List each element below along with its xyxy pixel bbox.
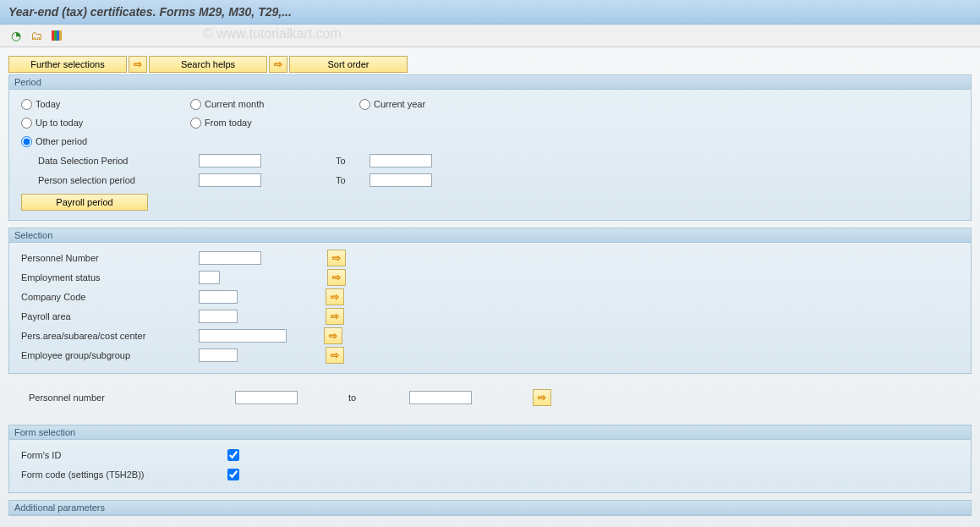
top-button-row: Further selections ⇨ Search helps ⇨ Sort… — [8, 56, 972, 73]
employment-status-label: Employment status — [21, 272, 199, 283]
watermark-text: © www.tutorialkart.com — [203, 26, 342, 41]
form-selection-group-title: Form selection — [9, 425, 971, 440]
to-label: To — [336, 156, 370, 166]
loose-personnel-number-from-input[interactable] — [235, 391, 298, 404]
forms-id-label: Form's ID — [21, 450, 227, 460]
payroll-period-button[interactable]: Payroll period — [21, 194, 148, 211]
employment-status-multi-button[interactable]: ⇨ — [327, 269, 346, 286]
period-group-title: Period — [9, 75, 971, 90]
radio-other-period[interactable]: Other period — [21, 136, 140, 147]
data-selection-to-input[interactable] — [370, 154, 432, 167]
search-helps-arrow-button[interactable]: ⇨ — [129, 56, 147, 73]
arrow-right-icon: ⇨ — [538, 393, 546, 403]
radio-current-month[interactable]: Current month — [190, 99, 309, 110]
sort-order-button[interactable]: Sort order — [289, 56, 408, 73]
additional-parameters-title: Additional parameters — [9, 501, 971, 515]
arrow-right-icon: ⇨ — [332, 272, 341, 283]
employee-group-label: Employee group/subgroup — [21, 350, 199, 360]
arrow-right-icon: ⇨ — [134, 59, 142, 69]
data-selection-from-input[interactable] — [199, 154, 261, 167]
forms-id-checkbox[interactable] — [227, 449, 239, 461]
get-variant-icon[interactable]: 🗂 — [29, 28, 44, 43]
arrow-right-icon: ⇨ — [331, 311, 339, 321]
color-legend-icon[interactable] — [49, 28, 64, 43]
search-helps-button[interactable]: Search helps — [149, 56, 267, 73]
payroll-area-multi-button[interactable]: ⇨ — [326, 308, 344, 325]
to-label: To — [336, 175, 370, 185]
personnel-number-input[interactable] — [199, 251, 261, 265]
company-code-label: Company Code — [21, 292, 199, 302]
radio-current-year[interactable]: Current year — [359, 99, 478, 110]
additional-parameters-group: Additional parameters — [8, 500, 972, 516]
arrow-right-icon: ⇨ — [331, 292, 339, 302]
form-code-checkbox[interactable] — [227, 469, 239, 480]
window-title: Year-end (tax) certificates. Forms M29, … — [0, 0, 980, 25]
app-toolbar: ◔ 🗂 © www.tutorialkart.com — [0, 25, 980, 47]
person-selection-period-label: Person selection period — [21, 175, 199, 185]
employee-group-input[interactable] — [199, 349, 238, 362]
radio-current-month-label: Current month — [205, 99, 264, 109]
radio-other-period-label: Other period — [36, 136, 87, 146]
data-selection-period-label: Data Selection Period — [21, 156, 199, 166]
sort-order-arrow-button[interactable]: ⇨ — [269, 56, 287, 73]
loose-personnel-number-multi-button[interactable]: ⇨ — [533, 389, 551, 406]
arrow-right-icon: ⇨ — [274, 59, 282, 69]
person-selection-to-input[interactable] — [370, 173, 432, 187]
radio-from-today-label: From today — [205, 118, 252, 128]
pers-area-input[interactable] — [199, 329, 287, 343]
personnel-number-label: Personnel Number — [21, 253, 199, 263]
employment-status-input[interactable] — [199, 271, 220, 284]
selection-group-title: Selection — [9, 228, 971, 243]
radio-up-to-today-label: Up to today — [36, 118, 83, 128]
loose-personnel-number-label: Personnel number — [29, 393, 235, 403]
content-area: Further selections ⇨ Search helps ⇨ Sort… — [0, 47, 980, 527]
payroll-area-label: Payroll area — [21, 311, 199, 321]
further-selections-button[interactable]: Further selections — [8, 56, 127, 73]
personnel-number-row: Personnel number to ⇨ — [8, 386, 972, 409]
radio-from-today[interactable]: From today — [190, 118, 309, 129]
person-selection-from-input[interactable] — [199, 173, 261, 187]
pers-area-multi-button[interactable]: ⇨ — [324, 327, 342, 344]
company-code-input[interactable] — [199, 290, 238, 304]
arrow-right-icon: ⇨ — [331, 350, 339, 360]
personnel-number-multi-button[interactable]: ⇨ — [327, 250, 346, 266]
radio-up-to-today[interactable]: Up to today — [21, 118, 140, 129]
company-code-multi-button[interactable]: ⇨ — [326, 288, 344, 305]
radio-today[interactable]: Today — [21, 99, 140, 110]
selection-group: Selection Personnel Number ⇨ Employment … — [8, 228, 972, 374]
pers-area-label: Pers.area/subarea/cost center — [21, 331, 199, 341]
arrow-right-icon: ⇨ — [332, 253, 341, 263]
payroll-area-input[interactable] — [199, 310, 238, 323]
execute-icon[interactable]: ◔ — [8, 28, 24, 43]
arrow-right-icon: ⇨ — [329, 331, 337, 341]
loose-to-label: to — [348, 393, 409, 403]
loose-personnel-number-to-input[interactable] — [409, 391, 472, 404]
form-code-label: Form code (settings (T5H2B)) — [21, 469, 227, 480]
employee-group-multi-button[interactable]: ⇨ — [326, 347, 344, 364]
form-selection-group: Form selection Form's ID Form code (sett… — [8, 425, 972, 493]
radio-today-label: Today — [36, 99, 60, 109]
radio-current-year-label: Current year — [374, 99, 425, 109]
period-group: Period Today Current month Current year … — [8, 74, 972, 221]
